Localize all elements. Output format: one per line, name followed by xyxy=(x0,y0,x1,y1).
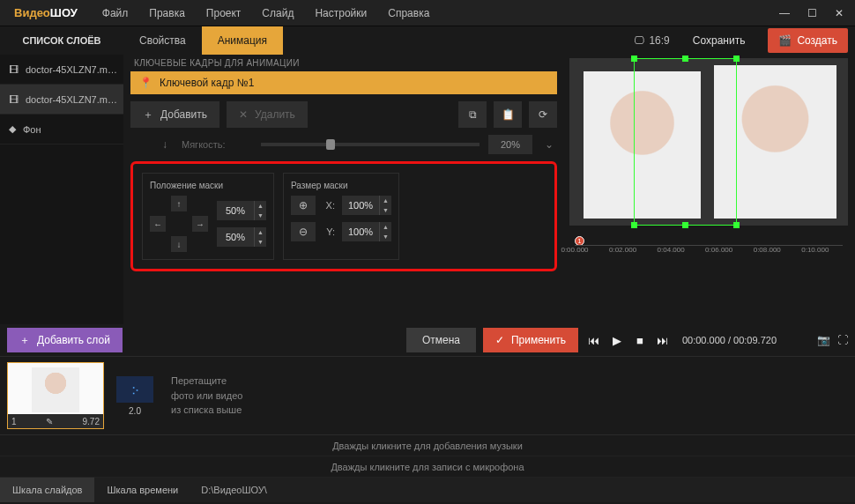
clip-icon: 🎞 xyxy=(9,94,19,105)
preview-canvas[interactable] xyxy=(569,58,848,226)
slide-thumb-1[interactable]: 1 ✎ 9.72 xyxy=(7,362,104,429)
mask-size-y-input[interactable]: ▲▼ xyxy=(342,222,391,241)
copy-icon: ⧉ xyxy=(469,108,477,121)
spin-down-icon[interactable]: ▼ xyxy=(255,211,266,220)
next-button[interactable]: ⏭ xyxy=(654,331,672,349)
mask-pos-x-field[interactable] xyxy=(217,205,254,216)
slider-thumb[interactable] xyxy=(326,139,335,150)
mask-size-x-input[interactable]: ▲▼ xyxy=(342,196,391,215)
arrow-up-button[interactable]: ↑ xyxy=(171,196,187,211)
logo-part-a: Видео xyxy=(14,6,50,19)
create-button[interactable]: 🎬 Создать xyxy=(768,28,848,53)
tick: 0:02.000 xyxy=(609,246,636,261)
window-controls: — ☐ ✕ xyxy=(775,5,848,21)
keyframe-toolbar: ＋ Добавить ✕ Удалить ⧉ 📋 ⟳ xyxy=(130,101,557,128)
tab-slide-scale[interactable]: Шкала слайдов xyxy=(0,478,94,502)
paste-button[interactable]: 📋 xyxy=(494,101,522,128)
prev-button[interactable]: ⏮ xyxy=(585,331,603,349)
resize-handle[interactable] xyxy=(733,56,740,62)
keyframe-1[interactable]: 📍 Ключевой кадр №1 xyxy=(130,71,557,94)
mask-controls-highlight: Положение маски ↑ ↓ ← → ▲▼ xyxy=(130,161,557,271)
arrow-down-button[interactable]: ↓ xyxy=(171,236,187,252)
layer-1-label: doctor-45XLZN7.m… xyxy=(26,64,117,75)
save-button[interactable]: Сохранить xyxy=(680,29,758,52)
zoom-out-icon: ⊖ xyxy=(299,226,308,238)
selection-box[interactable] xyxy=(634,58,737,226)
timecode: 00:00.000 / 00:09.720 xyxy=(682,335,777,345)
spin-up-icon[interactable]: ▲ xyxy=(380,196,391,205)
chevron-down-icon[interactable]: ↓ xyxy=(157,138,173,151)
reset-button[interactable]: ⟳ xyxy=(529,101,557,128)
mask-pos-y-input[interactable]: ▲▼ xyxy=(217,227,266,247)
tab-time-scale[interactable]: Шкала времени xyxy=(94,478,190,502)
delete-keyframe-button[interactable]: ✕ Удалить xyxy=(227,101,308,128)
tab-animation[interactable]: Анимация xyxy=(202,26,283,55)
spin-down-icon[interactable]: ▼ xyxy=(380,232,391,241)
aspect-ratio[interactable]: 🖵 16:9 xyxy=(634,34,669,47)
app-logo: ВидеоШОУ xyxy=(7,6,85,19)
arrow-right-button[interactable]: → xyxy=(192,216,208,232)
menu-file[interactable]: Файл xyxy=(93,2,138,25)
y-label: Y: xyxy=(323,226,335,237)
zoom-in-button[interactable]: ⊕ xyxy=(291,196,316,215)
resize-handle[interactable] xyxy=(682,222,688,228)
chevron-down-icon[interactable]: ⌄ xyxy=(541,138,557,151)
resize-handle[interactable] xyxy=(631,222,637,228)
cancel-button[interactable]: Отмена xyxy=(406,328,476,352)
arrow-left-button[interactable]: ← xyxy=(150,216,166,232)
resize-handle[interactable] xyxy=(682,56,688,62)
menu-slide[interactable]: Слайд xyxy=(253,2,302,25)
preview-timeline[interactable]: 1 0:00.000 0:02.000 0:04.000 0:06.000 0:… xyxy=(569,233,848,263)
layer-item-2[interactable]: 🎞 doctor-45XLZN7.m… xyxy=(0,85,123,115)
softness-label: Мягкость: xyxy=(182,139,252,150)
add-layer-button[interactable]: ＋ Добавить слой xyxy=(7,328,123,352)
tick: 0:04.000 xyxy=(658,246,685,261)
menu-help[interactable]: Справка xyxy=(379,2,438,25)
music-track[interactable]: Дважды кликните для добавления музыки xyxy=(0,435,855,456)
layer-item-1[interactable]: 🎞 doctor-45XLZN7.m… xyxy=(0,55,123,85)
snapshot-button[interactable]: 📷 xyxy=(817,334,830,346)
apply-button[interactable]: ✓ Применить xyxy=(483,328,578,352)
copy-button[interactable]: ⧉ xyxy=(458,101,487,128)
export-icon: 🎬 xyxy=(778,34,792,47)
clip-icon: 🎞 xyxy=(9,64,19,75)
resize-handle[interactable] xyxy=(631,56,637,62)
keyframes-section-label: КЛЮЧЕВЫЕ КАДРЫ ДЛЯ АНИМАЦИИ xyxy=(130,55,557,71)
zoom-out-button[interactable]: ⊖ xyxy=(291,222,316,241)
layer-item-bg[interactable]: ◆ Фон xyxy=(0,115,123,145)
mask-pos-y-field[interactable] xyxy=(217,232,254,242)
stop-button[interactable]: ■ xyxy=(631,331,649,349)
spin-up-icon[interactable]: ▲ xyxy=(255,201,266,211)
menu-edit[interactable]: Правка xyxy=(140,2,194,25)
spin-down-icon[interactable]: ▼ xyxy=(380,205,391,215)
tick: 0:00.000 xyxy=(561,246,588,261)
layer-2-label: doctor-45XLZN7.m… xyxy=(26,94,117,105)
play-button[interactable]: ▶ xyxy=(608,331,626,349)
mask-pos-x-input[interactable]: ▲▼ xyxy=(217,201,266,220)
minimize-button[interactable]: — xyxy=(775,5,794,21)
tab-properties[interactable]: Свойства xyxy=(123,26,202,55)
pencil-icon[interactable]: ✎ xyxy=(46,417,53,426)
preview-panel: 1 0:00.000 0:02.000 0:04.000 0:06.000 0:… xyxy=(564,55,855,324)
close-button[interactable]: ✕ xyxy=(830,5,848,21)
fullscreen-button[interactable]: ⛶ xyxy=(837,334,848,346)
softness-value[interactable]: 20% xyxy=(488,135,532,154)
plus-icon: ＋ xyxy=(143,107,153,122)
spin-down-icon[interactable]: ▼ xyxy=(255,237,266,247)
softness-slider[interactable] xyxy=(261,143,480,146)
resize-handle[interactable] xyxy=(733,222,740,228)
spin-up-icon[interactable]: ▲ xyxy=(380,222,391,232)
menu-project[interactable]: Проект xyxy=(197,2,250,25)
spin-up-icon[interactable]: ▲ xyxy=(255,227,266,237)
maximize-button[interactable]: ☐ xyxy=(803,5,822,21)
drop-hint: Перетащите фото или видео из списка выше xyxy=(171,374,242,418)
hint-line-3: из списка выше xyxy=(171,403,242,418)
mask-size-x-field[interactable] xyxy=(342,200,379,211)
transition-thumb[interactable]: ჻ 2.0 xyxy=(116,376,153,416)
thumb-content xyxy=(32,367,79,412)
slide-index: 1 xyxy=(11,417,17,426)
add-keyframe-button[interactable]: ＋ Добавить xyxy=(130,101,219,128)
voice-track[interactable]: Дважды кликните для записи с микрофона xyxy=(0,456,855,478)
mask-size-y-field[interactable] xyxy=(342,226,379,237)
menu-settings[interactable]: Настройки xyxy=(306,2,375,25)
